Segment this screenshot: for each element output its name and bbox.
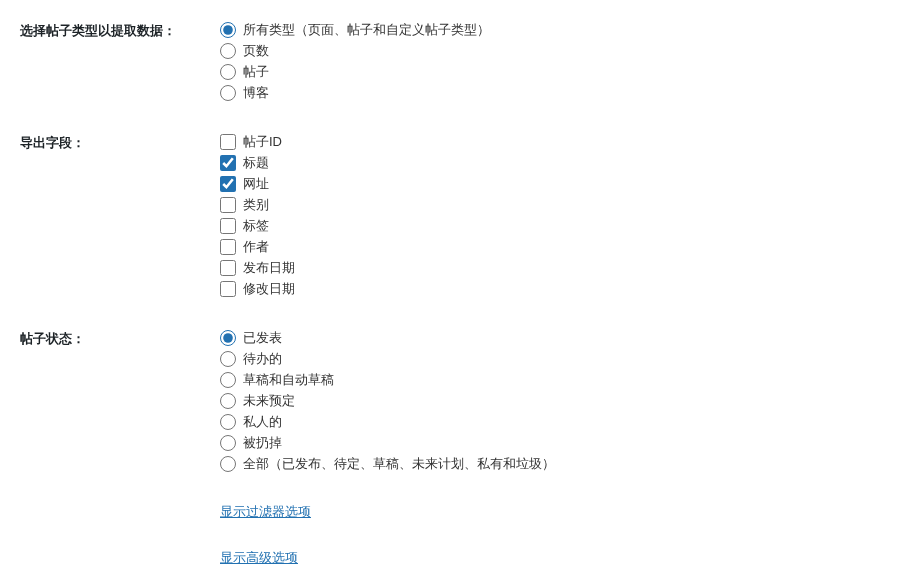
status-option-published: 已发表 xyxy=(220,328,884,347)
field-option-label[interactable]: 标签 xyxy=(243,216,269,235)
post-type-option-all: 所有类型（页面、帖子和自定义帖子类型） xyxy=(220,20,884,39)
status-radio-all[interactable] xyxy=(220,456,236,472)
field-checkbox-url[interactable] xyxy=(220,176,236,192)
status-option-label[interactable]: 私人的 xyxy=(243,412,282,431)
status-option-draft: 草稿和自动草稿 xyxy=(220,370,884,389)
post-status-label: 帖子状态： xyxy=(20,328,220,348)
export-fields-label: 导出字段： xyxy=(20,132,220,152)
field-option-category: 类别 xyxy=(220,195,884,214)
field-checkbox-publishdate[interactable] xyxy=(220,260,236,276)
status-option-all: 全部（已发布、待定、草稿、未来计划、私有和垃圾） xyxy=(220,454,884,473)
status-option-trash: 被扔掉 xyxy=(220,433,884,452)
post-status-section: 帖子状态： 已发表 待办的 草稿和自动草稿 未来预定 私人的 被扔掉 全部（已发… xyxy=(20,328,884,475)
field-checkbox-tags[interactable] xyxy=(220,218,236,234)
post-type-radio-all[interactable] xyxy=(220,22,236,38)
post-type-option-label[interactable]: 所有类型（页面、帖子和自定义帖子类型） xyxy=(243,20,490,39)
post-type-option-posts: 帖子 xyxy=(220,62,884,81)
post-type-option-label[interactable]: 博客 xyxy=(243,83,269,102)
show-advanced-options-link[interactable]: 显示高级选项 xyxy=(220,550,298,565)
filter-options-row: 显示过滤器选项 xyxy=(20,503,884,521)
field-option-tags: 标签 xyxy=(220,216,884,235)
advanced-options-row: 显示高级选项 xyxy=(20,549,884,567)
export-fields-options: 帖子ID 标题 网址 类别 标签 作者 发布日期 修改日期 xyxy=(220,132,884,300)
export-fields-section: 导出字段： 帖子ID 标题 网址 类别 标签 作者 发布日期 xyxy=(20,132,884,300)
field-option-label[interactable]: 类别 xyxy=(243,195,269,214)
status-radio-private[interactable] xyxy=(220,414,236,430)
post-type-radio-posts[interactable] xyxy=(220,64,236,80)
field-option-author: 作者 xyxy=(220,237,884,256)
status-radio-future[interactable] xyxy=(220,393,236,409)
post-type-section: 选择帖子类型以提取数据： 所有类型（页面、帖子和自定义帖子类型） 页数 帖子 博… xyxy=(20,20,884,104)
post-type-option-blog: 博客 xyxy=(220,83,884,102)
status-option-future: 未来预定 xyxy=(220,391,884,410)
post-type-radio-blog[interactable] xyxy=(220,85,236,101)
post-type-options: 所有类型（页面、帖子和自定义帖子类型） 页数 帖子 博客 xyxy=(220,20,884,104)
field-option-label[interactable]: 帖子ID xyxy=(243,132,282,151)
field-checkbox-modifydate[interactable] xyxy=(220,281,236,297)
status-option-label[interactable]: 已发表 xyxy=(243,328,282,347)
post-status-options: 已发表 待办的 草稿和自动草稿 未来预定 私人的 被扔掉 全部（已发布、待定、草… xyxy=(220,328,884,475)
field-option-url: 网址 xyxy=(220,174,884,193)
post-type-radio-pages[interactable] xyxy=(220,43,236,59)
status-option-label[interactable]: 被扔掉 xyxy=(243,433,282,452)
show-filter-options-link[interactable]: 显示过滤器选项 xyxy=(220,504,311,519)
field-option-label[interactable]: 标题 xyxy=(243,153,269,172)
status-radio-pending[interactable] xyxy=(220,351,236,367)
field-option-modifydate: 修改日期 xyxy=(220,279,884,298)
post-type-label: 选择帖子类型以提取数据： xyxy=(20,20,220,40)
field-checkbox-postid[interactable] xyxy=(220,134,236,150)
status-option-label[interactable]: 未来预定 xyxy=(243,391,295,410)
field-option-label[interactable]: 网址 xyxy=(243,174,269,193)
field-checkbox-author[interactable] xyxy=(220,239,236,255)
status-option-private: 私人的 xyxy=(220,412,884,431)
post-type-option-label[interactable]: 帖子 xyxy=(243,62,269,81)
field-option-publishdate: 发布日期 xyxy=(220,258,884,277)
status-radio-published[interactable] xyxy=(220,330,236,346)
status-option-label[interactable]: 全部（已发布、待定、草稿、未来计划、私有和垃圾） xyxy=(243,454,555,473)
field-option-postid: 帖子ID xyxy=(220,132,884,151)
field-option-title: 标题 xyxy=(220,153,884,172)
post-type-option-pages: 页数 xyxy=(220,41,884,60)
status-option-label[interactable]: 待办的 xyxy=(243,349,282,368)
field-option-label[interactable]: 修改日期 xyxy=(243,279,295,298)
field-option-label[interactable]: 作者 xyxy=(243,237,269,256)
status-radio-draft[interactable] xyxy=(220,372,236,388)
field-checkbox-category[interactable] xyxy=(220,197,236,213)
status-option-pending: 待办的 xyxy=(220,349,884,368)
field-checkbox-title[interactable] xyxy=(220,155,236,171)
status-radio-trash[interactable] xyxy=(220,435,236,451)
post-type-option-label[interactable]: 页数 xyxy=(243,41,269,60)
status-option-label[interactable]: 草稿和自动草稿 xyxy=(243,370,334,389)
field-option-label[interactable]: 发布日期 xyxy=(243,258,295,277)
